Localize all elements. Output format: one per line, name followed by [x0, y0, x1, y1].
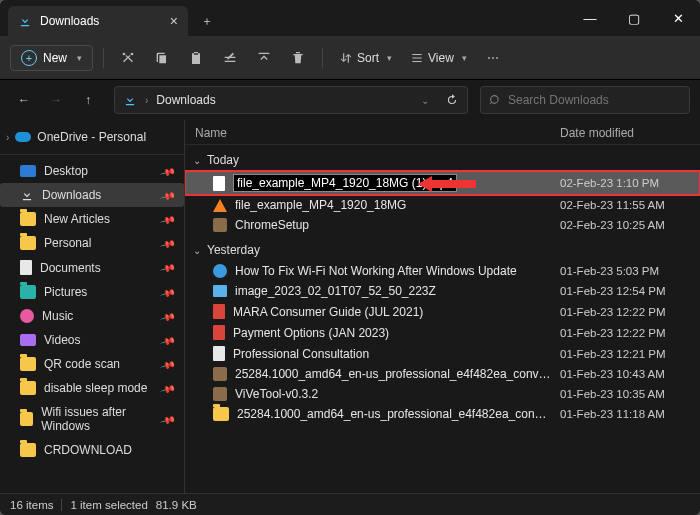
app-icon: [213, 218, 227, 232]
separator: [322, 48, 323, 68]
file-row[interactable]: ViVeTool-v0.3.201-Feb-23 10:35 AM: [185, 384, 700, 404]
refresh-icon[interactable]: [445, 93, 459, 107]
status-bar: 16 items 1 item selected 81.9 KB: [0, 493, 700, 515]
sidebar-item-music[interactable]: Music📌: [0, 304, 184, 328]
sidebar-item-qr[interactable]: QR code scan📌: [0, 352, 184, 376]
forward-button[interactable]: →: [42, 86, 70, 114]
sidebar-item-videos[interactable]: Videos📌: [0, 328, 184, 352]
html-icon: [213, 264, 227, 278]
file-row[interactable]: 25284.1000_amd64_en-us_professional_e4f4…: [185, 364, 700, 384]
address-bar[interactable]: › Downloads ⌄: [114, 86, 468, 114]
sidebar-item-new-articles[interactable]: New Articles📌: [0, 207, 184, 231]
file-row[interactable]: Professional Consultation01-Feb-23 12:21…: [185, 343, 700, 364]
pin-icon: 📌: [160, 284, 176, 300]
window-controls: — ▢ ✕: [568, 0, 700, 36]
search-icon: [489, 94, 502, 107]
desktop-icon: [20, 165, 36, 177]
file-row[interactable]: file_example_MP4_1920_18MG02-Feb-23 11:5…: [185, 195, 700, 215]
search-box[interactable]: [480, 86, 690, 114]
more-icon[interactable]: ⋯: [479, 44, 507, 72]
sidebar-item-label: Videos: [44, 333, 80, 347]
back-button[interactable]: ←: [10, 86, 38, 114]
status-items: 16 items: [10, 499, 53, 511]
sidebar-item-label: QR code scan: [44, 357, 120, 371]
group-label: Yesterday: [207, 243, 260, 257]
sidebar-item-wifi-issues[interactable]: Wifi issues after Windows📌: [0, 400, 184, 438]
file-row[interactable]: ChromeSetup02-Feb-23 10:25 AM: [185, 215, 700, 235]
close-window-button[interactable]: ✕: [656, 0, 700, 36]
pictures-icon: [20, 285, 36, 299]
file-row[interactable]: image_2023_02_01T07_52_50_223Z01-Feb-23 …: [185, 281, 700, 301]
chevron-right-icon: ›: [145, 95, 148, 106]
sidebar-item-label: disable sleep mode: [44, 381, 147, 395]
rename-input[interactable]: file_example_MP4_1920_18MG (1).mp4: [233, 174, 457, 192]
sidebar-item-label: CRDOWNLOAD: [44, 443, 132, 457]
file-date: 01-Feb-23 10:35 AM: [560, 388, 690, 400]
chevron-down-icon[interactable]: ⌄: [421, 95, 429, 106]
folder-icon: [20, 443, 36, 457]
file-row[interactable]: Payment Options (JAN 2023)01-Feb-23 12:2…: [185, 322, 700, 343]
pin-icon: 📌: [160, 211, 176, 227]
new-tab-button[interactable]: ＋: [194, 8, 220, 34]
toolbar: + New Sort View ⋯: [0, 36, 700, 80]
image-icon: [213, 285, 227, 297]
sidebar-item-label: Desktop: [44, 164, 88, 178]
sidebar-item-desktop[interactable]: Desktop📌: [0, 159, 184, 183]
paste-icon[interactable]: [182, 44, 210, 72]
view-icon: [410, 51, 424, 65]
status-selection: 1 item selected: [70, 499, 147, 511]
sidebar-item-label: Pictures: [44, 285, 87, 299]
pin-icon: 📌: [160, 380, 176, 396]
view-button[interactable]: View: [404, 47, 473, 69]
sidebar-item-label: New Articles: [44, 212, 110, 226]
document-icon: [20, 260, 32, 275]
delete-icon[interactable]: [284, 44, 312, 72]
sidebar-item-crdownload[interactable]: CRDOWNLOAD: [0, 438, 184, 462]
video-icon: [20, 334, 36, 346]
file-row[interactable]: How To Fix Wi-Fi Not Working After Windo…: [185, 261, 700, 281]
file-row[interactable]: file_example_MP4_1920_18MG (1).mp402-Feb…: [185, 171, 700, 195]
file-name: ChromeSetup: [235, 218, 552, 232]
sidebar-item-pictures[interactable]: Pictures📌: [0, 280, 184, 304]
separator: [0, 154, 184, 155]
tab-downloads[interactable]: Downloads ×: [8, 6, 188, 36]
sidebar-item-documents[interactable]: Documents📌: [0, 255, 184, 280]
copy-icon[interactable]: [148, 44, 176, 72]
file-name: ViVeTool-v0.3.2: [235, 387, 552, 401]
sort-button[interactable]: Sort: [333, 47, 398, 69]
group-today[interactable]: ⌄Today: [185, 145, 700, 171]
sort-label: Sort: [357, 51, 379, 65]
sidebar-item-disable-sleep[interactable]: disable sleep mode📌: [0, 376, 184, 400]
file-name: file_example_MP4_1920_18MG: [235, 198, 552, 212]
app-icon: [213, 367, 227, 381]
search-input[interactable]: [508, 93, 681, 107]
file-name: image_2023_02_01T07_52_50_223Z: [235, 284, 552, 298]
sidebar-item-downloads[interactable]: Downloads📌: [0, 183, 184, 207]
maximize-button[interactable]: ▢: [612, 0, 656, 36]
minimize-button[interactable]: —: [568, 0, 612, 36]
file-row[interactable]: MARA Consumer Guide (JUL 2021)01-Feb-23 …: [185, 301, 700, 322]
new-button[interactable]: + New: [10, 45, 93, 71]
sidebar-item-label: Downloads: [42, 188, 101, 202]
share-icon[interactable]: [250, 44, 278, 72]
column-date[interactable]: Date modified: [560, 126, 690, 140]
file-row[interactable]: 25284.1000_amd64_en-us_professional_e4f4…: [185, 404, 700, 424]
file-list: Name Date modified ⌄Today file_example_M…: [185, 120, 700, 493]
rename-icon[interactable]: [216, 44, 244, 72]
pin-icon: 📌: [160, 411, 176, 427]
sidebar-group-onedrive[interactable]: › OneDrive - Personal: [0, 124, 184, 150]
chevron-down-icon: ⌄: [193, 155, 201, 166]
file-date: 01-Feb-23 12:22 PM: [560, 306, 690, 318]
file-date: 02-Feb-23 1:10 PM: [560, 177, 690, 189]
file-date: 02-Feb-23 10:25 AM: [560, 219, 690, 231]
cut-icon[interactable]: [114, 44, 142, 72]
group-yesterday[interactable]: ⌄Yesterday: [185, 235, 700, 261]
pin-icon: 📌: [160, 187, 176, 203]
onedrive-label: OneDrive - Personal: [37, 130, 146, 144]
up-button[interactable]: ↑: [74, 86, 102, 114]
crumb-downloads[interactable]: Downloads: [156, 93, 215, 107]
column-name[interactable]: Name: [195, 126, 560, 140]
file-date: 01-Feb-23 11:18 AM: [560, 408, 690, 420]
close-tab-icon[interactable]: ×: [170, 13, 178, 29]
sidebar-item-personal[interactable]: Personal📌: [0, 231, 184, 255]
